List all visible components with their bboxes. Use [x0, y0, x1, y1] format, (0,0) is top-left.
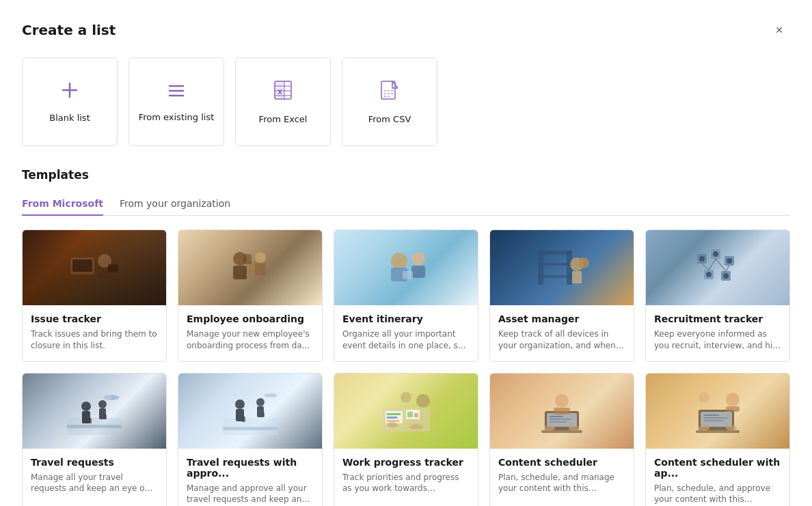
- templates-tabs: From Microsoft From your organization: [22, 193, 790, 216]
- svg-point-88: [544, 425, 555, 431]
- create-list-modal: Create a list × Blank list Fro: [0, 0, 812, 506]
- template-grid: Issue tracker Track issues and bring the…: [22, 229, 790, 506]
- svg-rect-20: [108, 264, 118, 272]
- template-image-asset-manager: [490, 230, 634, 305]
- close-button[interactable]: ×: [768, 19, 790, 41]
- template-card-event-itinerary[interactable]: Event itinerary Organize all your import…: [334, 229, 478, 362]
- svg-point-66: [235, 399, 245, 409]
- template-info-content-scheduler-approval: Content scheduler with ap... Plan, sched…: [646, 449, 789, 506]
- template-card-content-scheduler[interactable]: Content scheduler Plan, schedule, and ma…: [489, 373, 634, 506]
- template-card-work-progress-tracker[interactable]: Work progress tracker Track priorities a…: [334, 373, 478, 506]
- svg-point-45: [727, 258, 732, 264]
- csv-icon: [379, 79, 401, 106]
- modal-header: Create a list ×: [22, 19, 790, 41]
- template-image-content-scheduler-approval: [646, 374, 789, 449]
- template-name-content-scheduler-approval: Content scheduler with ap...: [654, 457, 781, 479]
- blank-list-label: Blank list: [49, 113, 90, 123]
- svg-rect-80: [414, 413, 418, 417]
- csv-label: From CSV: [368, 114, 411, 124]
- svg-rect-32: [538, 251, 543, 285]
- existing-list-option[interactable]: From existing list: [128, 57, 224, 146]
- template-desc-travel-requests: Manage all your travel requests and keep…: [31, 472, 158, 495]
- template-card-travel-requests-approval[interactable]: Travel requests with appro... Manage and…: [178, 373, 323, 506]
- svg-rect-38: [572, 271, 582, 283]
- template-info-asset-manager: Asset manager Keep track of all devices …: [490, 305, 634, 361]
- svg-text:X: X: [278, 89, 282, 96]
- svg-line-51: [709, 259, 716, 270]
- svg-point-98: [699, 425, 709, 431]
- template-name-asset-manager: Asset manager: [498, 313, 625, 324]
- template-card-content-scheduler-approval[interactable]: Content scheduler with ap... Plan, sched…: [645, 373, 790, 506]
- blank-list-option[interactable]: Blank list: [22, 57, 118, 146]
- excel-option[interactable]: X From Excel: [235, 57, 331, 146]
- excel-icon: X: [272, 79, 294, 106]
- svg-line-50: [702, 264, 709, 270]
- excel-label: From Excel: [259, 114, 308, 124]
- svg-rect-64: [223, 418, 278, 435]
- template-name-travel-requests-approval: Travel requests with appro...: [187, 457, 314, 479]
- template-card-employee-onboarding[interactable]: Employee onboarding Manage your new empl…: [178, 229, 323, 362]
- template-image-employee-onboarding: [178, 230, 322, 305]
- tab-organization[interactable]: From your organization: [120, 193, 230, 216]
- svg-rect-90: [550, 416, 563, 417]
- svg-point-29: [411, 252, 425, 266]
- creation-options-row: Blank list From existing list: [22, 57, 790, 146]
- template-info-employee-onboarding: Employee onboarding Manage your new empl…: [178, 305, 322, 361]
- template-image-event-itinerary: [334, 230, 478, 305]
- svg-point-43: [713, 251, 718, 257]
- svg-point-49: [723, 273, 729, 279]
- templates-section-title: Templates: [22, 168, 790, 182]
- csv-option[interactable]: From CSV: [342, 57, 437, 146]
- template-name-content-scheduler: Content scheduler: [498, 457, 625, 468]
- template-image-travel-requests: [23, 374, 166, 449]
- template-name-work-progress-tracker: Work progress tracker: [342, 457, 470, 468]
- svg-point-83: [387, 422, 398, 427]
- svg-point-81: [416, 394, 430, 408]
- existing-list-label: From existing list: [139, 112, 215, 122]
- template-desc-event-itinerary: Organize all your important event detail…: [342, 328, 470, 352]
- template-desc-content-scheduler-approval: Plan, schedule, and approve your content…: [654, 483, 781, 506]
- svg-point-24: [255, 252, 266, 263]
- plus-icon: [60, 81, 79, 104]
- svg-rect-77: [387, 420, 399, 422]
- svg-rect-102: [704, 420, 723, 421]
- template-desc-work-progress-tracker: Track priorities and progress as you wor…: [342, 472, 470, 495]
- template-desc-asset-manager: Keep track of all devices in your organi…: [498, 328, 625, 352]
- svg-rect-100: [704, 414, 719, 416]
- svg-point-47: [706, 272, 712, 277]
- list-icon: [167, 81, 186, 104]
- svg-point-72: [264, 393, 278, 397]
- svg-rect-71: [262, 412, 265, 417]
- svg-rect-25: [255, 263, 266, 275]
- template-name-recruitment-tracker: Recruitment tracker: [654, 313, 781, 324]
- template-name-issue-tracker: Issue tracker: [31, 313, 158, 324]
- template-desc-recruitment-tracker: Keep everyone informed as you recruit, i…: [654, 328, 781, 352]
- svg-rect-17: [72, 259, 92, 272]
- svg-point-103: [726, 393, 740, 406]
- svg-point-39: [578, 257, 589, 268]
- svg-rect-19: [98, 268, 111, 278]
- svg-point-105: [699, 392, 709, 403]
- template-desc-issue-tracker: Track issues and bring them to closure i…: [31, 328, 158, 352]
- svg-point-99: [726, 425, 737, 431]
- svg-rect-91: [550, 419, 571, 420]
- template-card-issue-tracker[interactable]: Issue tracker Track issues and bring the…: [22, 229, 167, 362]
- svg-rect-61: [104, 414, 107, 419]
- svg-point-69: [256, 398, 265, 406]
- svg-line-53: [716, 259, 726, 271]
- svg-line-52: [726, 266, 729, 271]
- template-card-recruitment-tracker[interactable]: Recruitment tracker Keep everyone inform…: [645, 229, 790, 362]
- template-card-asset-manager[interactable]: Asset manager Keep track of all devices …: [489, 229, 634, 362]
- template-image-recruitment-tracker: [646, 230, 789, 305]
- svg-rect-22: [233, 266, 247, 279]
- modal-title: Create a list: [22, 22, 116, 38]
- template-name-event-itinerary: Event itinerary: [342, 313, 470, 324]
- svg-rect-104: [726, 406, 740, 412]
- svg-point-18: [98, 254, 111, 268]
- template-info-travel-requests-approval: Travel requests with appro... Manage and…: [178, 449, 322, 506]
- template-info-event-itinerary: Event itinerary Organize all your import…: [334, 305, 478, 361]
- template-card-travel-requests[interactable]: Travel requests Manage all your travel r…: [22, 373, 167, 506]
- svg-rect-94: [554, 408, 570, 414]
- tab-microsoft[interactable]: From Microsoft: [22, 193, 103, 216]
- svg-rect-55: [67, 425, 122, 428]
